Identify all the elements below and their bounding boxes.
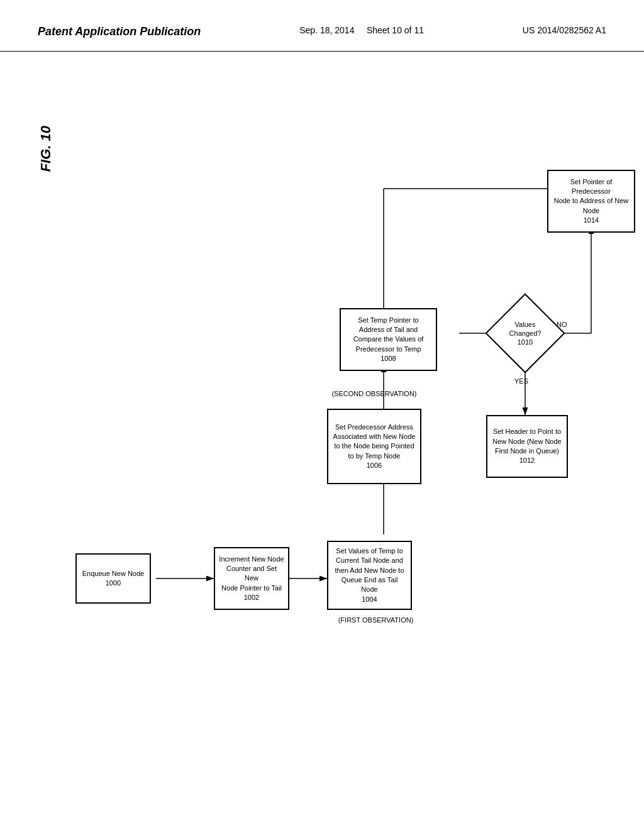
box-1006: Set Predecessor Address Associated with … — [327, 409, 421, 484]
box-1012: Set Header to Point to New Node (New Nod… — [486, 415, 568, 478]
box-1008: Set Temp Pointer to Address of Tail and … — [340, 308, 437, 371]
figure-label: FIG. 10 — [38, 126, 54, 172]
diamond-1010: Values Changed? 1010 — [497, 305, 553, 362]
diamond-text: Values Changed? 1010 — [509, 320, 541, 347]
box-1014: Set Pointer of Predecessor Node to Addre… — [547, 170, 635, 233]
header-date-sheet: Sep. 18, 2014 Sheet 10 of 11 — [299, 25, 424, 35]
second-observation-label: (SECOND OBSERVATION) — [324, 390, 425, 397]
diagram-area: YES NO Enqueue New Node 1000 Increment N… — [63, 101, 604, 792]
box-1004: Set Values of Temp to Current Tail Node … — [327, 541, 412, 610]
publication-title: Patent Application Publication — [38, 25, 201, 38]
box-1002: Increment New Node Counter and Set New N… — [214, 547, 289, 610]
page-header: Patent Application Publication Sep. 18, … — [0, 0, 644, 52]
svg-text:YES: YES — [514, 377, 528, 385]
patent-number: US 2014/0282562 A1 — [523, 25, 606, 35]
first-observation-label: (FIRST OBSERVATION) — [333, 616, 418, 624]
box-1000: Enqueue New Node 1000 — [75, 553, 151, 604]
